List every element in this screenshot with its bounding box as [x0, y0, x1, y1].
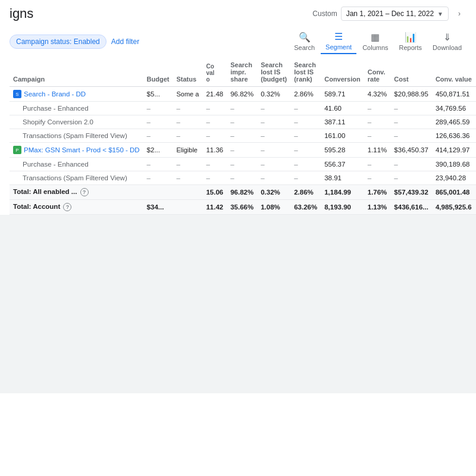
search-lost-is-budget-cell: –	[257, 143, 290, 158]
search-lost-is-rank-cell: –	[290, 102, 321, 115]
campaign-status-filter[interactable]: Campaign status: Enabled	[10, 35, 107, 49]
add-filter-button[interactable]: Add filter	[111, 37, 139, 46]
conversion-cell: 41.60	[321, 102, 364, 115]
help-icon[interactable]: ?	[80, 188, 89, 196]
search-lost-is-budget-cell: –	[257, 158, 290, 171]
col-status: Status	[173, 58, 203, 87]
table-header-row: Campaign Budget Status Covalo Searchimpr…	[10, 58, 476, 87]
campaign-sub-name-cell: Purchase - Enhanced	[10, 102, 143, 115]
conv-value-cell: 414,129.97	[432, 143, 475, 158]
filter-bar: Campaign status: Enabled Add filter 🔍 Se…	[0, 25, 476, 58]
budget-cell: –	[143, 129, 173, 143]
cost-cell: –	[390, 158, 432, 171]
conversion-cell: 387.11	[321, 115, 364, 129]
status-cell: –	[173, 115, 203, 129]
search-lost-is-rank-cell: –	[290, 143, 321, 158]
conv-val-opt-cell: –	[202, 158, 227, 171]
download-icon: ⇓	[443, 32, 451, 43]
col-search-impr-share: Searchimpr.share	[227, 58, 257, 87]
search-impr-share-cell: –	[227, 171, 257, 185]
total-enabled-row: Total: All enabled ... ? 15.06 96.82% 0.…	[10, 185, 476, 200]
conv-rate-cell: –	[364, 158, 391, 171]
conv-rate-cell: 1.11%	[364, 143, 391, 158]
conv-rate-cell: –	[364, 171, 391, 185]
page-title: igns	[10, 6, 33, 21]
col-conv-value: Conv. value	[432, 58, 475, 87]
search-impr-share-cell: –	[227, 102, 257, 115]
conv-value-cell: 126,636.36	[432, 129, 475, 143]
search-lost-is-rank-cell: –	[290, 129, 321, 143]
status-cell: Eligible	[173, 143, 203, 158]
budget-cell: $2...	[143, 143, 173, 158]
search-impr-share-cell: –	[227, 115, 257, 129]
budget-cell: –	[143, 115, 173, 129]
col-campaign: Campaign	[10, 58, 143, 87]
table-row: Transactions (Spam Filtered View) – – – …	[10, 171, 476, 185]
conv-rate-cell: –	[364, 102, 391, 115]
search-lost-is-rank-cell: –	[290, 158, 321, 171]
status-cell: –	[173, 129, 203, 143]
campaign-sub-name-cell: Shopify Conversion 2.0	[10, 115, 143, 129]
conv-val-opt-cell: –	[202, 115, 227, 129]
table-row: S Search - Brand - DD $5... Some a 21.48…	[10, 87, 476, 102]
status-cell: –	[173, 102, 203, 115]
table-row: Purchase - Enhanced – – – – – – 41.60 – …	[10, 102, 476, 115]
conv-val-opt-cell: –	[202, 171, 227, 185]
search-impr-share-cell: –	[227, 143, 257, 158]
reports-icon: 📊	[405, 32, 416, 43]
toolbar: 🔍 Search ☰ Segment ▦ Columns 📊 Reports ⇓…	[289, 29, 466, 54]
search-impr-share-cell: 96.82%	[227, 87, 257, 102]
status-cell: Some a	[173, 87, 203, 102]
search-lost-is-budget-cell: 0.32%	[257, 87, 290, 102]
search-lost-is-rank-cell: 2.86%	[290, 87, 321, 102]
total-account-label: Total: Account ?	[10, 200, 143, 215]
col-cost: Cost	[390, 58, 432, 87]
campaigns-table-wrapper: Campaign Budget Status Covalo Searchimpr…	[0, 58, 476, 215]
reports-toolbar-button[interactable]: 📊 Reports	[394, 29, 427, 54]
campaign-name-cell: P PMax: GSN Smart - Prod < $150 - DD	[10, 143, 143, 158]
col-search-lost-is-budget: Searchlost IS(budget)	[257, 58, 290, 87]
conversion-cell: 595.28	[321, 143, 364, 158]
col-search-lost-is-rank: Searchlost IS(rank)	[290, 58, 321, 87]
date-range-area: Custom Jan 1, 2021 – Dec 11, 2022 ▼ ›	[312, 7, 466, 21]
conversion-cell: 161.00	[321, 129, 364, 143]
segment-toolbar-button[interactable]: ☰ Segment	[321, 29, 356, 54]
budget-cell: –	[143, 158, 173, 171]
search-lost-is-budget-cell: –	[257, 115, 290, 129]
campaign-link[interactable]: P PMax: GSN Smart - Prod < $150 - DD	[13, 146, 140, 154]
search-lost-is-budget-cell: –	[257, 171, 290, 185]
campaign-link[interactable]: S Search - Brand - DD	[13, 90, 140, 98]
conv-value-cell: 34,769.56	[432, 102, 475, 115]
col-conv-rate: Conv.rate	[364, 58, 391, 87]
campaigns-table: Campaign Budget Status Covalo Searchimpr…	[10, 58, 476, 215]
col-conversion: Conversion	[321, 58, 364, 87]
nav-prev-icon[interactable]: ›	[452, 7, 466, 21]
pmax-icon: P	[13, 146, 21, 154]
status-cell: –	[173, 158, 203, 171]
cost-cell: –	[390, 115, 432, 129]
conv-val-opt-cell: 21.48	[202, 87, 227, 102]
conv-value-cell: 390,189.68	[432, 158, 475, 171]
cost-cell: $36,450.37	[390, 143, 432, 158]
conv-rate-cell: 4.32%	[364, 87, 391, 102]
top-bar: igns Custom Jan 1, 2021 – Dec 11, 2022 ▼…	[0, 0, 476, 25]
search-icon: 🔍	[299, 32, 311, 43]
download-toolbar-button[interactable]: ⇓ Download	[428, 29, 466, 54]
search-impr-share-cell: –	[227, 158, 257, 171]
col-budget: Budget	[143, 58, 173, 87]
date-picker[interactable]: Jan 1, 2021 – Dec 11, 2022 ▼	[341, 7, 449, 21]
search-toolbar-button[interactable]: 🔍 Search	[289, 29, 320, 54]
search-lost-is-rank-cell: –	[290, 171, 321, 185]
cost-cell: –	[390, 102, 432, 115]
search-lost-is-budget-cell: –	[257, 102, 290, 115]
columns-toolbar-button[interactable]: ▦ Columns	[358, 29, 393, 54]
table-row: Purchase - Enhanced – – – – – – 556.37 –…	[10, 158, 476, 171]
help-icon-account[interactable]: ?	[63, 203, 71, 211]
conv-val-opt-cell: 11.36	[202, 143, 227, 158]
conv-value-cell: 23,940.28	[432, 171, 475, 185]
table-row: P PMax: GSN Smart - Prod < $150 - DD $2.…	[10, 143, 476, 158]
cost-cell: $20,988.95	[390, 87, 432, 102]
chevron-down-icon: ▼	[437, 11, 443, 17]
campaign-name-cell: S Search - Brand - DD	[10, 87, 143, 102]
table-row: Transactions (Spam Filtered View) – – – …	[10, 129, 476, 143]
